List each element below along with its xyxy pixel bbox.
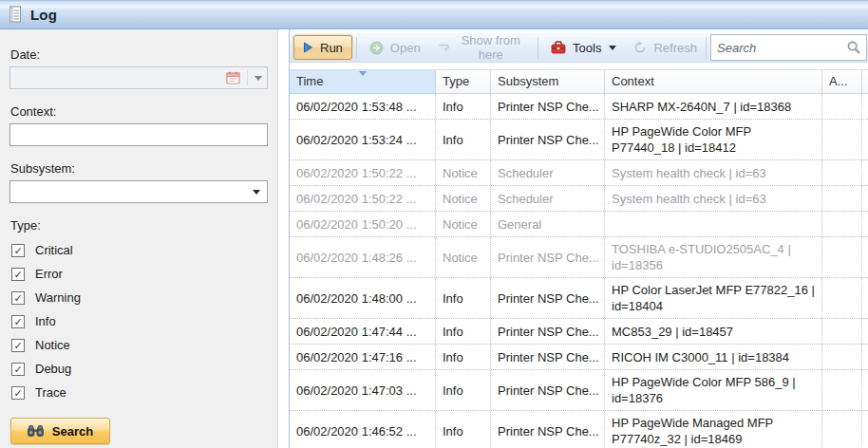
cell-subsystem[interactable]: Printer NSP Che... <box>491 345 605 369</box>
date-field[interactable] <box>9 66 268 89</box>
checkbox-checked-icon[interactable]: ✓ <box>11 268 25 281</box>
cell-subsystem[interactable]: Printer NSP Che... <box>491 120 605 159</box>
table-row[interactable]: 06/02/2020 1:50:22 ... Notice Scheduler … <box>290 186 868 212</box>
table-row[interactable]: 06/02/2020 1:53:48 ... Info Printer NSP … <box>290 94 868 120</box>
column-header-action[interactable]: A... <box>822 70 862 94</box>
cell-subsystem[interactable]: Printer NSP Che... <box>491 319 605 344</box>
cell-type[interactable]: Info <box>436 94 491 119</box>
cell-action[interactable] <box>822 345 862 369</box>
cell-time[interactable]: 06/02/2020 1:47:16 ... <box>290 345 436 369</box>
cell-action[interactable] <box>822 186 862 211</box>
cell-context[interactable]: HP PageWide Managed MFP P77740z_32 | id=… <box>605 411 822 448</box>
cell-action[interactable] <box>822 160 862 185</box>
refresh-button[interactable]: Refresh <box>625 35 706 60</box>
table-row[interactable]: 06/02/2020 1:50:22 ... Notice Scheduler … <box>290 160 868 186</box>
cell-subsystem[interactable]: Scheduler <box>491 160 605 185</box>
table-row[interactable]: 06/02/2020 1:47:44 ... Info Printer NSP … <box>290 319 868 345</box>
table-row[interactable]: 06/02/2020 1:48:00 ... Info Printer NSP … <box>290 278 868 319</box>
cell-type[interactable]: Info <box>436 411 491 448</box>
cell-context[interactable]: HP Color LaserJet MFP E77822_16 | id=184… <box>605 278 822 318</box>
cell-type[interactable]: Info <box>436 278 491 318</box>
checkbox-checked-icon[interactable]: ✓ <box>11 386 25 400</box>
cell-type[interactable]: Notice <box>436 160 491 185</box>
cell-action[interactable] <box>822 94 862 119</box>
run-button[interactable]: Run <box>293 35 352 60</box>
cell-time[interactable]: 06/02/2020 1:50:20 ... <box>290 212 436 236</box>
cell-subsystem[interactable]: Printer NSP Che... <box>491 94 605 119</box>
type-filter-option[interactable]: ✓ Debug <box>11 357 268 381</box>
type-label: Type: <box>10 218 268 233</box>
cell-type[interactable]: Info <box>436 319 491 344</box>
table-search-input[interactable] <box>717 41 843 55</box>
column-header-subsystem[interactable]: Subsystem <box>491 70 605 94</box>
cell-type[interactable]: Notice <box>436 212 491 236</box>
open-button[interactable]: Open <box>361 35 429 60</box>
cell-time[interactable]: 06/02/2020 1:47:44 ... <box>290 319 436 344</box>
cell-action[interactable] <box>822 237 862 277</box>
cell-context[interactable]: TOSHIBA e-STUDIO2505AC_4 | id=18356 <box>605 237 822 277</box>
column-header-context[interactable]: Context <box>605 70 822 94</box>
cell-sliver <box>862 319 868 344</box>
checkbox-checked-icon[interactable]: ✓ <box>11 339 25 352</box>
cell-context[interactable]: SHARP MX-2640N_7 | id=18368 <box>605 94 822 119</box>
show-from-here-button[interactable]: Show from here <box>429 35 534 60</box>
cell-type[interactable]: Info <box>436 345 491 369</box>
cell-time[interactable]: 06/02/2020 1:48:00 ... <box>290 278 436 318</box>
cell-time[interactable]: 06/02/2020 1:53:24 ... <box>290 120 436 159</box>
cell-action[interactable] <box>822 120 862 159</box>
table-row[interactable]: 06/02/2020 1:53:24 ... Info Printer NSP … <box>290 120 868 160</box>
cell-time[interactable]: 06/02/2020 1:47:03 ... <box>290 370 436 410</box>
type-filter-option[interactable]: ✓ Critical <box>11 238 268 262</box>
cell-context[interactable]: HP PageWide Color MFP P77440_18 | id=184… <box>605 120 822 159</box>
cell-type[interactable]: Info <box>436 370 491 410</box>
cell-type[interactable]: Notice <box>436 186 491 211</box>
checkbox-checked-icon[interactable]: ✓ <box>11 291 25 305</box>
subsystem-dropdown[interactable] <box>9 180 268 203</box>
checkbox-checked-icon[interactable]: ✓ <box>11 244 25 257</box>
search-button[interactable]: Search <box>10 418 110 444</box>
cell-context[interactable]: HP PageWide Color MFP 586_9 | id=18376 <box>605 370 822 410</box>
cell-time[interactable]: 06/02/2020 1:50:22 ... <box>290 186 436 211</box>
table-row[interactable]: 06/02/2020 1:47:03 ... Info Printer NSP … <box>290 370 868 411</box>
table-row[interactable]: 06/02/2020 1:47:16 ... Info Printer NSP … <box>290 345 868 370</box>
cell-type[interactable]: Info <box>436 120 491 159</box>
cell-subsystem[interactable]: General <box>491 212 605 236</box>
context-input[interactable] <box>10 124 267 145</box>
checkbox-checked-icon[interactable]: ✓ <box>11 363 25 376</box>
cell-action[interactable] <box>822 278 862 318</box>
cell-time[interactable]: 06/02/2020 1:53:48 ... <box>290 94 436 119</box>
cell-subsystem[interactable]: Printer NSP Che... <box>491 278 605 318</box>
cell-context[interactable]: System health check | id=63 <box>605 186 822 211</box>
type-filter-option[interactable]: ✓ Trace <box>11 381 268 404</box>
table-row[interactable]: 06/02/2020 1:50:20 ... Notice General <box>290 212 868 237</box>
cell-type[interactable]: Notice <box>436 237 491 277</box>
column-header-type[interactable]: Type <box>436 70 491 94</box>
cell-time[interactable]: 06/02/2020 1:46:52 ... <box>290 411 436 448</box>
cell-context[interactable] <box>605 212 822 236</box>
cell-subsystem[interactable]: Printer NSP Che... <box>491 370 605 410</box>
log-table: Time Type Subsystem Context A... 06/02/2… <box>290 69 868 448</box>
cell-subsystem[interactable]: Printer NSP Che... <box>491 411 605 448</box>
table-row[interactable]: 06/02/2020 1:46:52 ... Info Printer NSP … <box>290 411 868 448</box>
cell-context[interactable]: MC853_29 | id=18457 <box>605 319 822 344</box>
checkbox-checked-icon[interactable]: ✓ <box>11 315 25 328</box>
cell-action[interactable] <box>822 319 862 344</box>
type-filter-option[interactable]: ✓ Warning <box>11 286 268 309</box>
cell-context[interactable]: RICOH IM C3000_11 | id=18384 <box>605 345 822 369</box>
cell-action[interactable] <box>822 212 862 236</box>
type-filter-option[interactable]: ✓ Notice <box>11 333 268 357</box>
type-filter-option[interactable]: ✓ Error <box>11 262 268 286</box>
tools-button[interactable]: Tools <box>542 35 625 60</box>
column-header-time[interactable]: Time <box>290 70 436 94</box>
cell-context[interactable]: System health check | id=63 <box>605 160 822 185</box>
cell-subsystem[interactable]: Printer NSP Che... <box>491 237 605 277</box>
cell-subsystem[interactable]: Scheduler <box>491 186 605 211</box>
cell-action[interactable] <box>822 411 862 448</box>
cell-time[interactable]: 06/02/2020 1:48:26 ... <box>290 237 436 277</box>
cell-time[interactable]: 06/02/2020 1:50:22 ... <box>290 160 436 185</box>
search-button-label: Search <box>52 424 93 439</box>
table-row[interactable]: 06/02/2020 1:48:26 ... Notice Printer NS… <box>290 237 868 278</box>
magnifier-icon[interactable] <box>847 41 860 54</box>
type-filter-option[interactable]: ✓ Info <box>11 309 268 333</box>
cell-action[interactable] <box>822 370 862 410</box>
